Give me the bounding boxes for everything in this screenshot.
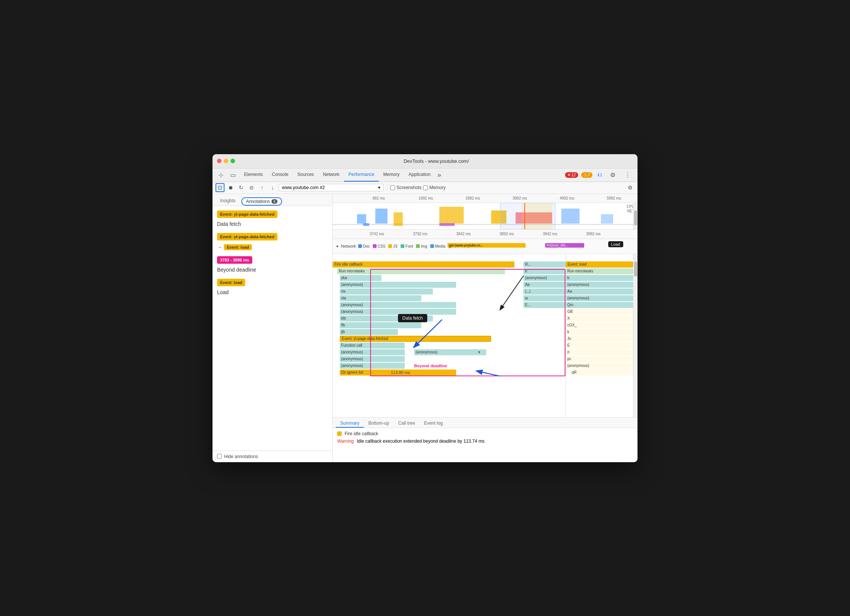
right-row-anon-1[interactable]: (anonymous) — [566, 282, 633, 288]
right-row-e[interactable]: E — [566, 343, 633, 349]
flame-row-3[interactable]: yka (anonymous) — [333, 275, 565, 282]
right-bar-ri[interactable]: ri — [566, 349, 633, 355]
tab-console[interactable]: Console — [267, 168, 293, 182]
download-button[interactable]: ↓ — [268, 183, 277, 192]
capture-settings-icon[interactable]: ⚙ — [625, 183, 634, 192]
flame-bar-e[interactable]: E... — [523, 302, 565, 308]
right-row-aa[interactable]: Aa — [566, 288, 633, 295]
right-bar-jv[interactable]: Jv — [566, 336, 633, 342]
right-row-event-load[interactable]: Event: load — [566, 261, 633, 268]
right-bar-gb[interactable]: GB — [566, 309, 633, 315]
right-row-x[interactable]: X — [566, 316, 633, 322]
minimize-button[interactable] — [224, 159, 228, 163]
bottom-tab-bottom-up[interactable]: Bottom-up — [364, 419, 393, 428]
flame-bar-anon-1[interactable]: (anonymous) — [523, 275, 565, 281]
hide-annotations-checkbox[interactable] — [217, 454, 222, 459]
right-row-gb[interactable]: GB — [566, 309, 633, 316]
scrollbar-thumb[interactable] — [634, 210, 637, 225]
right-row-ri[interactable]: ri — [566, 349, 633, 356]
flame-row-4[interactable]: (anonymous) Aa — [333, 282, 565, 288]
right-bar-anon-1[interactable]: (anonymous) — [566, 282, 633, 288]
error-badge[interactable]: ✕ 12 — [565, 172, 578, 178]
element-picker-icon[interactable]: ⊹ — [216, 170, 226, 180]
tab-elements[interactable]: Elements — [240, 168, 267, 182]
url-bar[interactable]: www.youtube.com #2 ▾ — [279, 184, 384, 191]
right-row-anon-2[interactable]: (anonymous) — [566, 295, 633, 302]
flame-bar-dropdown[interactable]: ▾ — [477, 349, 486, 355]
flame-row-7[interactable]: (anonymous) E... — [333, 302, 565, 309]
right-bar-b[interactable]: b — [566, 275, 633, 281]
right-bar-anon-pc[interactable]: (anonymous) — [566, 363, 633, 369]
bottom-tab-event-log[interactable]: Event log — [419, 419, 447, 428]
right-bar-run-microtasks[interactable]: Run microtasks — [566, 268, 633, 274]
main-scrollbar[interactable] — [633, 254, 638, 417]
flame-bar-jlb[interactable]: jlb — [340, 329, 398, 335]
flame-row-5[interactable]: rla (...) — [333, 288, 565, 295]
flame-bar-run-microtasks[interactable]: Run microtasks — [337, 268, 505, 274]
screenshots-checkbox[interactable] — [390, 185, 395, 190]
memory-checkbox[interactable] — [423, 185, 428, 190]
record-button[interactable]: ⏺ — [226, 183, 235, 192]
info-badge[interactable]: ℹ 1 — [595, 172, 604, 178]
close-button[interactable] — [217, 159, 222, 163]
flame-row-13[interactable]: Function call — [333, 343, 565, 349]
upload-button[interactable]: ↑ — [258, 183, 267, 192]
tab-network[interactable]: Network — [318, 168, 344, 182]
flame-row-16[interactable]: (anonymous) Beyond deadline — [333, 363, 565, 370]
right-bar-pc[interactable]: pc — [566, 356, 633, 362]
flame-row-10[interactable]: flb — [333, 322, 565, 329]
flame-row-8[interactable]: (anonymous) — [333, 309, 565, 316]
tab-sources[interactable]: Sources — [293, 168, 318, 182]
annotation-label-2[interactable]: Event: yt-page-data-fetched — [217, 233, 277, 240]
flame-bar-anon-7[interactable]: (anonymous) — [340, 356, 405, 362]
flame-bar-yt-event[interactable]: Event: yt-page-data-fetched — [340, 336, 491, 342]
right-bar-k[interactable]: k — [566, 329, 633, 335]
main-scrollbar-thumb[interactable] — [634, 261, 637, 276]
network-request-1[interactable]: get (www.youtube.co... — [448, 243, 526, 248]
device-toolbar-icon[interactable]: ▭ — [228, 170, 238, 180]
flame-row-12[interactable]: Event: yt-page-data-fetched — [333, 336, 565, 343]
more-tabs-button[interactable]: » — [435, 171, 443, 179]
right-row-qm[interactable]: Qm — [566, 302, 633, 309]
clear-button[interactable]: ⊘ — [247, 183, 256, 192]
flame-bar-yka[interactable]: yka — [340, 275, 382, 281]
more-options-icon[interactable]: ⋮ — [622, 170, 633, 180]
right-bar-event-load[interactable]: Event: load — [566, 261, 633, 267]
insights-tab[interactable]: Insights — [216, 197, 240, 206]
flame-bar-elip-1[interactable]: (...) — [523, 288, 565, 294]
reload-button[interactable]: ↻ — [237, 183, 246, 192]
network-request-2[interactable]: PSDnSI_8fd... — [545, 243, 584, 248]
memory-checkbox-label[interactable]: Memory — [423, 185, 446, 190]
flame-bar-anon-2[interactable]: (anonymous) — [340, 282, 456, 288]
flame-row-17[interactable]: On ignore list 113.80 ms — [333, 370, 565, 376]
right-bar-anon-2[interactable]: (anonymous) — [566, 295, 633, 301]
bottom-tab-call-tree[interactable]: Call tree — [394, 419, 420, 428]
flame-row-2[interactable]: Run microtasks b — [333, 268, 565, 275]
right-bar-x[interactable]: X — [566, 316, 633, 322]
url-dropdown-icon[interactable]: ▾ — [378, 185, 380, 190]
settings-icon[interactable]: ⚙ — [607, 170, 618, 180]
screenshots-checkbox-label[interactable]: Screenshots — [390, 185, 422, 190]
flame-bar-vla[interactable]: vla — [340, 295, 421, 301]
right-bar-cgx[interactable]: cGX_ — [566, 322, 633, 328]
flame-bar-anon-4[interactable]: (anonymous) — [340, 309, 456, 315]
timeline-overview-chart[interactable]: CPU NET — [333, 203, 638, 229]
flame-row-1[interactable]: Fire idle callback R... — [333, 261, 565, 268]
annotation-label-1[interactable]: Event: yt-page-data-fetched — [217, 210, 277, 218]
flame-row-15[interactable]: (anonymous) — [333, 356, 565, 363]
flame-bar-b-1[interactable]: b — [523, 268, 565, 274]
flame-bar-rla[interactable]: rla — [340, 288, 433, 294]
flame-bar-w[interactable]: w. — [523, 295, 565, 301]
right-bar-aa[interactable]: Aa — [566, 288, 633, 294]
right-row-run-microtasks[interactable]: Run microtasks — [566, 268, 633, 275]
flame-bar-anon-8[interactable]: (anonymous) — [340, 363, 405, 369]
right-row-qr[interactable]: qR — [566, 370, 633, 376]
sidebar-toggle-button[interactable]: ⊡ — [216, 183, 225, 192]
annotations-tab[interactable]: Annotations 4 — [241, 197, 282, 206]
right-bar-qm[interactable]: Qm — [566, 302, 633, 308]
annotation-label-4[interactable]: Event: load — [217, 279, 245, 286]
right-row-jv[interactable]: Jv — [566, 336, 633, 343]
flame-row-11[interactable]: jlb — [333, 329, 565, 336]
annotation-label-3[interactable]: 3783 - 3896 ms — [217, 256, 252, 264]
flame-bar-aa-1[interactable]: Aa — [523, 282, 565, 288]
